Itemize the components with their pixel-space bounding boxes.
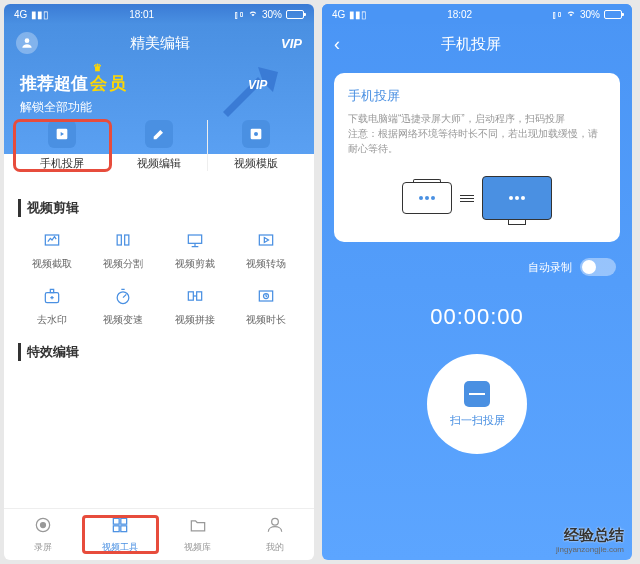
- info-title: 手机投屏: [348, 87, 606, 105]
- info-card: 手机投屏 下载电脑端“迅捷录屏大师”，启动程序，扫码投屏 注意：根据网络环境等待…: [334, 73, 620, 242]
- bottom-nav: 录屏 视频工具 视频库 我的: [4, 508, 314, 560]
- auto-record-row: 自动录制: [322, 250, 632, 284]
- tool-trim[interactable]: 视频剪裁: [161, 229, 229, 271]
- tool-crop[interactable]: 视频截取: [18, 229, 86, 271]
- split-icon: [112, 229, 134, 251]
- battery-icon: [604, 10, 622, 19]
- svg-rect-18: [114, 518, 120, 524]
- merge-icon: [184, 285, 206, 307]
- timer-display: 00:00:00: [322, 304, 632, 330]
- vibrate-icon: ⫿▯: [234, 9, 244, 20]
- clock-icon: [255, 285, 277, 307]
- svg-point-17: [40, 523, 45, 528]
- svg-point-0: [25, 38, 30, 43]
- svg-rect-9: [260, 235, 273, 245]
- scan-icon: [464, 381, 490, 407]
- nav-library[interactable]: 视频库: [159, 515, 237, 554]
- svg-text:VIP: VIP: [248, 78, 268, 92]
- watermark-icon: [41, 285, 63, 307]
- svg-rect-21: [121, 526, 127, 532]
- avatar[interactable]: [16, 32, 38, 54]
- card-video-edit[interactable]: 视频编辑: [111, 120, 208, 171]
- vip-arrow-icon: VIP: [218, 67, 288, 121]
- tool-watermark[interactable]: 去水印: [18, 285, 86, 327]
- svg-rect-20: [114, 526, 120, 532]
- folder-icon: [188, 515, 208, 539]
- signal-text: 4G: [14, 9, 27, 20]
- crown-icon: ♛: [93, 62, 102, 73]
- svg-rect-12: [188, 292, 193, 300]
- vip-badge[interactable]: VIP: [281, 36, 302, 51]
- banner-suf: 员: [109, 72, 126, 95]
- nav-tools[interactable]: 视频工具: [82, 515, 160, 554]
- signal-lines-icon: [460, 195, 474, 202]
- vibrate-icon: ⫿▯: [552, 9, 562, 20]
- svg-point-22: [272, 518, 279, 525]
- wifi-icon: [566, 8, 576, 20]
- tools-icon: [110, 515, 130, 539]
- signal-text: 4G: [332, 9, 345, 20]
- svg-rect-19: [121, 518, 127, 524]
- section-video-edit: 视频剪辑 视频截取 视频分割 视频剪裁 视频转场 去水印 视频变速 视频拼接 视…: [4, 187, 314, 331]
- card-template[interactable]: 视频模版: [208, 120, 304, 171]
- section-title: 视频剪辑: [18, 199, 300, 217]
- card-label: 视频模版: [234, 156, 278, 171]
- svg-point-11: [117, 292, 129, 304]
- status-bar: 4G ▮▮▯ 18:02 ⫿▯ 30%: [322, 4, 632, 24]
- page-title: 精美编辑: [130, 34, 190, 53]
- scan-label: 扫一扫投屏: [450, 413, 505, 428]
- battery-icon: [286, 10, 304, 19]
- cast-header: ‹ 手机投屏: [322, 24, 632, 65]
- phone-editor: 4G ▮▮▯ 18:01 ⫿▯ 30% 精美编辑 VIP 推荐超值 ♛会 员: [4, 4, 314, 560]
- svg-rect-6: [117, 235, 121, 245]
- battery-pct: 30%: [580, 9, 600, 20]
- scan-cast-button[interactable]: 扫一扫投屏: [427, 354, 527, 454]
- person-icon: [265, 515, 285, 539]
- auto-record-toggle[interactable]: [580, 258, 616, 276]
- record-icon: [33, 515, 53, 539]
- signal-bars-icon: ▮▮▯: [31, 9, 49, 20]
- trim-icon: [184, 229, 206, 251]
- info-desc: 下载电脑端“迅捷录屏大师”，启动程序，扫码投屏 注意：根据网络环境等待时长不同，…: [348, 111, 606, 156]
- clock: 18:01: [129, 9, 154, 20]
- card-screen-cast[interactable]: 手机投屏: [14, 120, 111, 171]
- card-label: 视频编辑: [137, 156, 181, 171]
- play-icon: [48, 120, 76, 148]
- transition-icon: [255, 229, 277, 251]
- status-bar: 4G ▮▮▯ 18:01 ⫿▯ 30%: [4, 4, 314, 24]
- tool-duration[interactable]: 视频时长: [233, 285, 301, 327]
- section-effects: 特效编辑: [4, 331, 314, 373]
- tool-transition[interactable]: 视频转场: [233, 229, 301, 271]
- tool-speed[interactable]: 视频变速: [90, 285, 158, 327]
- banner-mid: 会: [90, 74, 107, 93]
- svg-rect-13: [196, 292, 201, 300]
- nav-record[interactable]: 录屏: [4, 515, 82, 554]
- section-title: 特效编辑: [18, 343, 300, 361]
- auto-record-label: 自动录制: [528, 260, 572, 275]
- page-title: 手机投屏: [340, 35, 602, 54]
- card-label: 手机投屏: [40, 156, 84, 171]
- svg-point-4: [254, 132, 258, 136]
- svg-rect-8: [188, 235, 201, 243]
- signal-bars-icon: ▮▮▯: [349, 9, 367, 20]
- pencil-icon: [145, 120, 173, 148]
- monitor-device-icon: [482, 176, 552, 220]
- clock: 18:02: [447, 9, 472, 20]
- watermark-main: 经验总结: [556, 526, 624, 545]
- wifi-icon: [248, 8, 258, 20]
- tool-split[interactable]: 视频分割: [90, 229, 158, 271]
- watermark-sub: jingyanzongjie.com: [556, 545, 624, 554]
- crop-icon: [41, 229, 63, 251]
- battery-pct: 30%: [262, 9, 282, 20]
- promo-banner[interactable]: 推荐超值 ♛会 员 解锁全部功能 VIP: [20, 72, 298, 116]
- nav-me[interactable]: 我的: [237, 515, 315, 554]
- speed-icon: [112, 285, 134, 307]
- banner-pre: 推荐超值: [20, 72, 88, 95]
- template-icon: [242, 120, 270, 148]
- tool-merge[interactable]: 视频拼接: [161, 285, 229, 327]
- phone-device-icon: [402, 182, 452, 214]
- phone-cast: 4G ▮▮▯ 18:02 ⫿▯ 30% ‹ 手机投屏 手机投屏 下载电脑端“迅捷…: [322, 4, 632, 560]
- cast-illustration: [348, 168, 606, 228]
- watermark: 经验总结 jingyanzongjie.com: [556, 526, 624, 554]
- svg-rect-7: [125, 235, 129, 245]
